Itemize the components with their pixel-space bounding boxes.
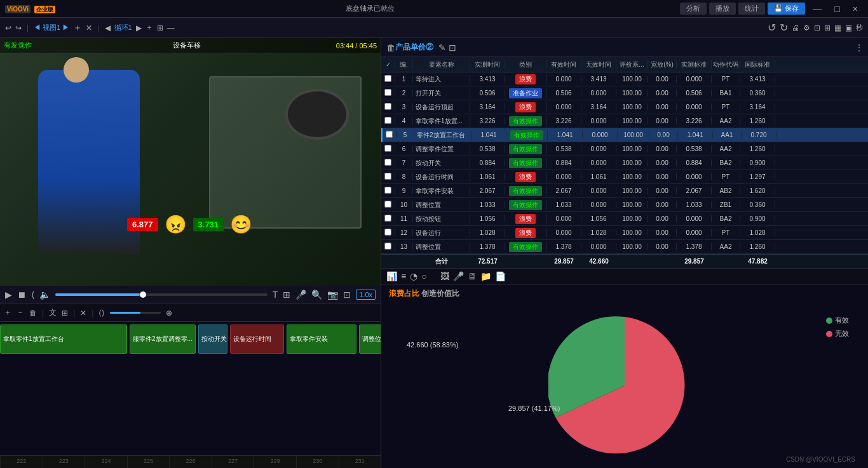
settings-icon[interactable]: ⚙ bbox=[803, 23, 810, 32]
minimize-button[interactable]: — bbox=[808, 3, 827, 15]
folder-icon[interactable]: 📁 bbox=[480, 271, 491, 281]
table-row[interactable]: 12 设备运行 1.028 浪费 0.000 1.028 100.00 0.00… bbox=[381, 226, 868, 240]
play-button[interactable]: ▶ bbox=[5, 290, 12, 300]
expand-button[interactable]: ⊕ bbox=[166, 309, 172, 318]
frame-back-button[interactable]: ⟨ bbox=[31, 290, 34, 300]
redo-icon[interactable]: ↪ bbox=[15, 23, 22, 32]
speed-indicator[interactable]: 1.0x bbox=[356, 290, 376, 300]
row-check[interactable] bbox=[381, 75, 395, 83]
monitor-icon[interactable]: 🖥 bbox=[468, 271, 477, 281]
table-row[interactable]: 5 零件2放置工作台 1.041 有效操作 1.041 0.000 100.00… bbox=[381, 128, 868, 142]
row-num: 8 bbox=[395, 173, 413, 180]
row-check[interactable] bbox=[381, 89, 395, 97]
playback-button[interactable]: 播放 bbox=[709, 3, 736, 15]
code-button[interactable]: ⟨⟩ bbox=[98, 309, 105, 318]
row-loose: 0.00 bbox=[648, 173, 677, 180]
table-row[interactable]: 7 按动开关 0.884 有效操作 0.884 0.000 100.00 0.0… bbox=[381, 156, 868, 170]
zoom-out-button[interactable]: 🔍 bbox=[311, 290, 322, 300]
segment-5[interactable]: 拿取零件安装 bbox=[287, 324, 356, 354]
table-row[interactable]: 8 设备运行时间 1.061 浪费 0.000 1.061 100.00 0.0… bbox=[381, 170, 868, 184]
row-check[interactable] bbox=[381, 173, 395, 181]
close-button[interactable]: × bbox=[848, 3, 863, 15]
frame-icon[interactable]: ▣ bbox=[845, 23, 852, 32]
segment-6[interactable]: 调整位置 bbox=[359, 324, 381, 354]
table-row[interactable]: 13 调整位置 1.378 有效操作 1.378 0.000 100.00 0.… bbox=[381, 240, 868, 254]
row-check[interactable] bbox=[381, 117, 395, 125]
row-check[interactable] bbox=[381, 201, 395, 209]
left-arrow-icon[interactable]: ◀ bbox=[105, 23, 111, 32]
table-menu-icon[interactable]: ⋮ bbox=[855, 43, 863, 52]
maximize-button[interactable]: □ bbox=[829, 3, 844, 15]
add-loop-icon[interactable]: ＋ bbox=[146, 22, 153, 33]
doc-icon[interactable]: 📄 bbox=[495, 271, 506, 281]
voice-icon[interactable]: 🎤 bbox=[453, 271, 464, 281]
list-icon[interactable]: ≡ bbox=[401, 271, 406, 281]
row-check[interactable] bbox=[381, 145, 395, 153]
table-row[interactable]: 6 调整零件位置 0.538 有效操作 0.538 0.000 100.00 0… bbox=[381, 142, 868, 156]
row-action: AA2 bbox=[712, 145, 740, 152]
image-icon[interactable]: 🖼 bbox=[440, 271, 449, 281]
pie-icon[interactable]: ◔ bbox=[410, 271, 417, 281]
row-action: PT bbox=[712, 173, 740, 180]
add-button[interactable]: ＋ bbox=[4, 307, 11, 318]
table-row[interactable]: 11 按动按钮 1.056 浪费 0.000 1.056 100.00 0.00… bbox=[381, 212, 868, 226]
split-icon[interactable]: ⊞ bbox=[157, 23, 163, 32]
timeline-track[interactable]: 拿取零件1放置工作台 服零件2放置调整零... 按动开关 设备运行时间 拿取零件… bbox=[0, 322, 381, 468]
progress-bar[interactable] bbox=[55, 293, 268, 296]
row-check[interactable] bbox=[381, 159, 395, 167]
edit-icon[interactable]: ✎ bbox=[438, 43, 446, 53]
export-button[interactable]: ⊡ bbox=[343, 290, 351, 300]
table-row[interactable]: 4 拿取零件1放置... 3.226 有效操作 3.226 0.000 100.… bbox=[381, 114, 868, 128]
table-row[interactable]: 9 拿取零件安装 2.067 有效操作 2.067 0.000 100.00 0… bbox=[381, 184, 868, 198]
tag-button[interactable]: ⊞ bbox=[283, 290, 290, 300]
row-check[interactable] bbox=[381, 187, 395, 195]
minus-button[interactable]: － bbox=[17, 307, 24, 318]
add-view-icon[interactable]: ＋ bbox=[73, 22, 82, 34]
segment-1[interactable]: 拿取零件1放置工作台 bbox=[0, 324, 127, 354]
analysis-button[interactable]: 分析 bbox=[680, 3, 707, 15]
segment-4[interactable]: 设备运行时间 bbox=[230, 324, 284, 354]
text-edit-button[interactable]: 文 bbox=[49, 307, 57, 318]
row-check[interactable] bbox=[381, 243, 395, 251]
volume-button[interactable]: 🔈 bbox=[39, 290, 50, 300]
mic-button[interactable]: 🎤 bbox=[295, 290, 306, 300]
row-check[interactable] bbox=[381, 229, 395, 237]
stats-button[interactable]: 统计 bbox=[738, 3, 765, 15]
close-view-icon[interactable]: ✕ bbox=[86, 23, 92, 32]
row-check[interactable] bbox=[381, 215, 395, 223]
row-check[interactable] bbox=[381, 103, 395, 111]
save-button[interactable]: 💾 保存 bbox=[768, 3, 805, 15]
row-realtime: 1.056 bbox=[470, 215, 505, 222]
row-realtime: 1.033 bbox=[470, 201, 505, 208]
grid-icon[interactable]: ⊞ bbox=[824, 23, 831, 32]
remove-icon[interactable]: — bbox=[167, 23, 175, 32]
close-edit-button[interactable]: ✕ bbox=[80, 309, 86, 318]
table-row[interactable]: 2 打开开关 0.506 准备作业 0.506 0.000 100.00 0.0… bbox=[381, 86, 868, 100]
bar-chart-icon[interactable]: 📊 bbox=[386, 271, 397, 281]
undo-icon[interactable]: ↩ bbox=[5, 23, 11, 32]
segment-3[interactable]: 按动开关 bbox=[198, 324, 227, 354]
segment-2[interactable]: 服零件2放置调整零... bbox=[130, 324, 196, 354]
export-table-icon[interactable]: ⊡ bbox=[449, 43, 456, 53]
screenshot-button[interactable]: 📷 bbox=[327, 290, 338, 300]
table-row[interactable]: 1 等待进入 3.413 浪费 0.000 3.413 100.00 0.00 … bbox=[381, 72, 868, 86]
right-arrow-icon[interactable]: ▶ bbox=[136, 23, 142, 32]
window-icon[interactable]: ⊡ bbox=[814, 23, 820, 32]
table-row[interactable]: 10 调整位置 1.033 有效操作 1.033 0.000 100.00 0.… bbox=[381, 198, 868, 212]
trash-icon[interactable]: 🗑 bbox=[386, 43, 395, 53]
view1-tab[interactable]: ◀ 视图1 ▶ bbox=[34, 23, 69, 32]
circle-icon[interactable]: ○ bbox=[421, 271, 426, 281]
text-button[interactable]: T bbox=[273, 290, 278, 300]
layout-icon[interactable]: ▦ bbox=[834, 23, 841, 32]
table-row[interactable]: 3 设备运行顶起 3.164 浪费 0.000 3.164 100.00 0.0… bbox=[381, 100, 868, 114]
row-check[interactable] bbox=[383, 131, 397, 139]
loop1-tab[interactable]: 循环1 bbox=[114, 23, 132, 32]
format-button[interactable]: ⊞ bbox=[62, 309, 68, 318]
zoom-slider[interactable] bbox=[110, 312, 161, 314]
stop-button[interactable]: ⏹ bbox=[17, 290, 26, 300]
col-header-loose: 宽放(%) bbox=[648, 60, 677, 69]
undo2-icon[interactable]: ↺ bbox=[768, 22, 776, 34]
redo2-icon[interactable]: ↻ bbox=[780, 22, 788, 34]
delete-button[interactable]: 🗑 bbox=[29, 309, 37, 318]
print-icon[interactable]: 🖨 bbox=[792, 23, 799, 32]
